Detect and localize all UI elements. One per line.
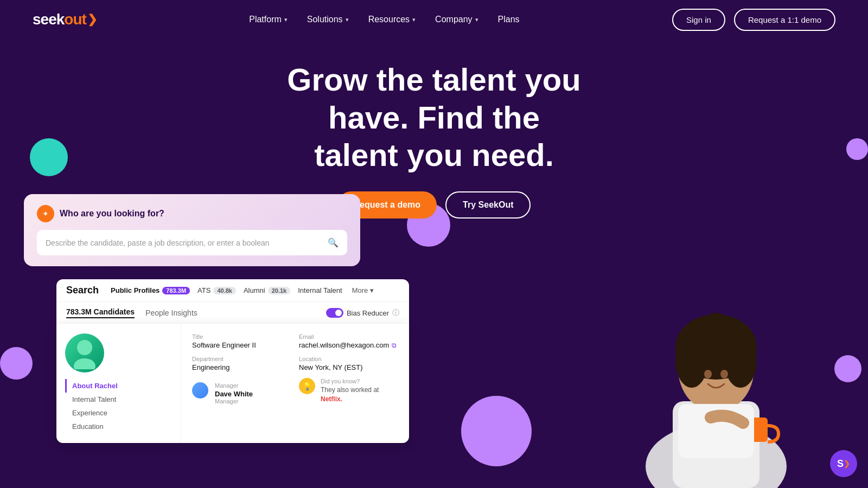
card-nav-experience[interactable]: Experience xyxy=(65,406,172,420)
try-seekout-button[interactable]: Try SeekOut xyxy=(445,191,531,219)
did-you-know-section: 💡 Did you know? They also worked at Netf… xyxy=(299,378,398,404)
svg-point-1 xyxy=(74,358,95,369)
department-field: Department Engineering xyxy=(192,356,291,371)
tab-ats[interactable]: ATS 40.8k xyxy=(197,286,236,294)
tab-public-profiles[interactable]: Public Profiles 783.3M xyxy=(111,286,190,294)
hero-title: Grow the talent you have. Find the talen… xyxy=(244,61,624,174)
logo[interactable]: seekout❯ xyxy=(33,11,97,28)
card-nav-internal-talent[interactable]: Internal Talent xyxy=(65,393,172,406)
sign-in-button[interactable]: Sign in xyxy=(672,9,725,31)
public-profiles-badge: 783.3M xyxy=(162,287,190,294)
dyk-company: Netflix. xyxy=(321,395,342,403)
info-icon[interactable]: ⓘ xyxy=(392,308,399,318)
dyk-text: They also worked at Netflix. xyxy=(321,386,398,404)
nav-item-platform[interactable]: Platform ▾ xyxy=(249,15,288,24)
location-field: Location New York, NY (EST) xyxy=(299,356,398,371)
dyk-icon: 💡 xyxy=(299,378,315,394)
bias-reducer-label: Bias Reducer xyxy=(347,309,389,317)
logo-seek: seek xyxy=(33,11,64,28)
nav-item-company[interactable]: Company ▾ xyxy=(435,15,478,24)
dyk-label: Did you know? xyxy=(321,378,398,384)
search-input-row[interactable]: Describe the candidate, paste a job desc… xyxy=(37,230,347,255)
nav-links: Platform ▾ Solutions ▾ Resources ▾ Compa… xyxy=(249,15,519,24)
nav-actions: Sign in Request a 1:1 demo xyxy=(672,9,835,31)
chevron-down-icon: ▾ xyxy=(284,16,288,23)
card-nav-education[interactable]: Education xyxy=(65,420,172,433)
manager-section: Manager Dave White Manager xyxy=(192,382,291,404)
svg-point-13 xyxy=(704,370,712,378)
decorative-circle-purple-bottom xyxy=(461,396,532,466)
email-label: Email xyxy=(299,333,398,340)
results-panel: Search Public Profiles 783.3M ATS 40.8k … xyxy=(56,279,409,443)
bias-reducer: Bias Reducer ⓘ xyxy=(326,308,399,318)
svg-point-11 xyxy=(681,330,703,351)
chevron-down-icon: ▾ xyxy=(412,16,416,23)
title-field: Title Software Engineer II xyxy=(192,333,291,349)
candidates-count-tab[interactable]: 783.3M Candidates xyxy=(66,307,135,318)
manager-name: Dave White xyxy=(215,390,253,398)
decorative-circle-purple-right xyxy=(834,355,861,382)
navigation: seekout❯ Platform ▾ Solutions ▾ Resource… xyxy=(0,0,868,39)
s-arrow-icon: ❯ xyxy=(844,459,850,468)
candidate-avatar xyxy=(65,333,104,373)
tab-alumni[interactable]: Alumni 20.1k xyxy=(244,286,290,294)
search-sparkle-icon: ✦ xyxy=(37,205,54,222)
svg-point-0 xyxy=(77,340,92,355)
search-header-text: Who are you looking for? xyxy=(60,209,164,219)
location-label: Location xyxy=(299,356,398,362)
search-widget: ✦ Who are you looking for? Describe the … xyxy=(24,194,360,266)
sub-tabs-bar: 783.3M Candidates People Insights Bias R… xyxy=(56,301,409,324)
bias-reducer-toggle[interactable] xyxy=(326,308,343,318)
card-left-panel: About Rachel Internal Talent Experience … xyxy=(56,324,181,443)
department-label: Department xyxy=(192,356,291,362)
logo-arrow: ❯ xyxy=(87,12,97,27)
search-title: Search xyxy=(66,285,99,296)
copy-email-icon[interactable]: ⧉ xyxy=(392,342,397,349)
logo-out: out xyxy=(64,11,86,28)
request-demo-nav-button[interactable]: Request a 1:1 demo xyxy=(734,9,835,31)
search-magnify-icon: 🔍 xyxy=(328,237,339,248)
title-value: Software Engineer II xyxy=(192,341,291,349)
person-silhouette xyxy=(608,260,825,488)
department-value: Engineering xyxy=(192,363,291,371)
nav-item-plans[interactable]: Plans xyxy=(498,15,520,24)
manager-avatar xyxy=(192,382,208,399)
title-label: Title xyxy=(192,333,291,340)
person-image xyxy=(608,260,825,488)
email-field: Email rachel.wilson@hexagon.com ⧉ xyxy=(299,333,398,349)
chevron-down-icon: ▾ xyxy=(475,16,478,23)
nav-item-solutions[interactable]: Solutions ▾ xyxy=(307,15,349,24)
decorative-circle-purple-left xyxy=(0,347,33,380)
email-value: rachel.wilson@hexagon.com xyxy=(299,341,389,349)
manager-role: Manager xyxy=(215,398,253,404)
nav-item-resources[interactable]: Resources ▾ xyxy=(368,15,416,24)
ats-badge: 40.8k xyxy=(213,287,236,294)
tab-more[interactable]: More ▾ xyxy=(352,286,374,294)
search-header: ✦ Who are you looking for? xyxy=(37,205,347,222)
alumni-badge: 20.1k xyxy=(268,287,291,294)
svg-point-12 xyxy=(731,331,753,352)
search-placeholder: Describe the candidate, paste a job desc… xyxy=(46,239,328,247)
s-avatar-button[interactable]: S❯ xyxy=(830,450,857,477)
people-insights-tab[interactable]: People Insights xyxy=(145,309,197,317)
card-nav-about[interactable]: About Rachel xyxy=(65,379,172,393)
svg-point-14 xyxy=(720,370,728,378)
chevron-down-icon: ▾ xyxy=(346,16,349,23)
card-right-panel: Title Software Engineer II Email rachel.… xyxy=(181,324,409,443)
location-value: New York, NY (EST) xyxy=(299,363,398,371)
manager-field-label: Manager xyxy=(215,382,253,389)
tab-internal-talent[interactable]: Internal Talent xyxy=(298,286,342,294)
tabs-bar: Search Public Profiles 783.3M ATS 40.8k … xyxy=(56,279,409,301)
candidate-card: About Rachel Internal Talent Experience … xyxy=(56,324,409,443)
